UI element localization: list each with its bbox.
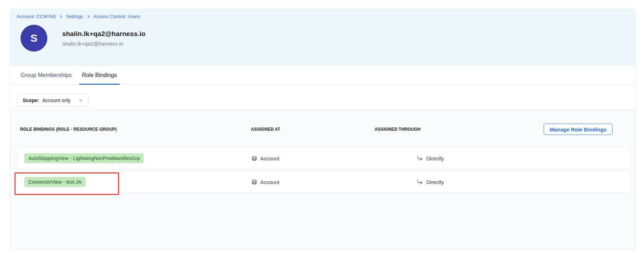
role-bindings-section: ROLE BINDINGS (ROLE - RESOURCE GROUP) AS… (11, 110, 635, 249)
layers-icon (251, 155, 257, 161)
tab-group-memberships[interactable]: Group Memberships (20, 66, 72, 84)
table-toolbar: ROLE BINDINGS (ROLE - RESOURCE GROUP) AS… (17, 124, 630, 135)
directly-arrow-icon (417, 179, 423, 185)
user-name: shalin.lk+qa2@harness.io (62, 30, 146, 38)
breadcrumb-link-access-control-users[interactable]: Access Control: Users (93, 14, 141, 19)
table-row[interactable]: ConnectorView - test-JA Account Directly (17, 171, 630, 193)
filter-row: Scope: Account only (11, 85, 635, 110)
chevron-down-icon (78, 98, 83, 102)
avatar: S (21, 25, 47, 52)
scope-label: Scope: (23, 98, 39, 103)
tab-role-bindings[interactable]: Role Bindings (82, 66, 117, 84)
tab-bar: Group Memberships Role Bindings (11, 66, 635, 85)
column-header-assigned-at: ASSIGNED AT (250, 127, 375, 132)
column-header-assigned-through: ASSIGNED THROUGH (375, 127, 421, 132)
role-bindings-list: AutoStoppingView - LightwingNonProdAwsRe… (17, 147, 630, 193)
user-email: shalin.lk+qa2@harness.io (62, 41, 146, 47)
page-header: Account: CCM-NG Settings Access Control:… (11, 9, 635, 66)
breadcrumb-link-account[interactable]: Account: CCM-NG (17, 14, 56, 19)
breadcrumb: Account: CCM-NG Settings Access Control:… (17, 14, 629, 19)
scope-value: Account only (42, 98, 71, 103)
column-header-role-bindings: ROLE BINDINGS (ROLE - RESOURCE GROUP) (17, 127, 250, 132)
role-binding-chip: ConnectorView - test-JA (24, 177, 86, 187)
assigned-at-value: Account (260, 155, 279, 161)
layers-icon (251, 179, 257, 185)
chevron-right-icon (87, 15, 90, 18)
main-panel: Account: CCM-NG Settings Access Control:… (11, 9, 635, 249)
breadcrumb-link-settings[interactable]: Settings (66, 14, 83, 19)
manage-role-bindings-button[interactable]: Manage Role Bindings (544, 124, 613, 135)
scope-dropdown[interactable]: Scope: Account only (17, 94, 88, 107)
user-header: S shalin.lk+qa2@harness.io shalin.lk+qa2… (21, 25, 629, 52)
assigned-at-value: Account (260, 179, 279, 185)
chevron-right-icon (59, 15, 63, 18)
table-row[interactable]: AutoStoppingView - LightwingNonProdAwsRe… (17, 147, 630, 169)
assigned-through-value: Directly (426, 179, 444, 185)
assigned-through-value: Directly (426, 155, 444, 161)
role-binding-chip: AutoStoppingView - LightwingNonProdAwsRe… (24, 153, 144, 163)
directly-arrow-icon (417, 155, 423, 161)
